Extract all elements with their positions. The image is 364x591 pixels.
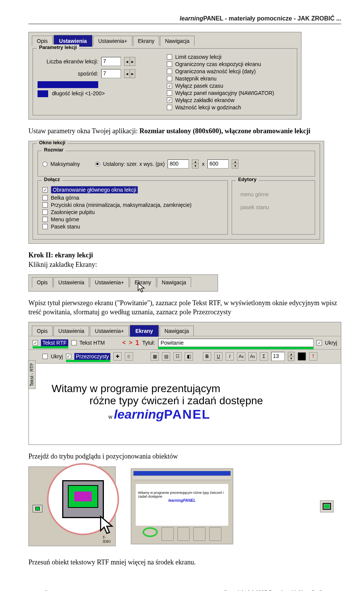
screenshot-ekrany-editor: Opis Ustawienia Ustawienia+ Ekrany Nawig… bbox=[28, 322, 341, 445]
tab-bar: Opis Ustawienia Ustawienia+ Ekrany Nawig… bbox=[29, 32, 301, 46]
page-footer: strona 3 Copyright (c) 2005 Premiere Mul… bbox=[28, 589, 341, 591]
checkbox-option[interactable]: Zasłonięcie pulpitu bbox=[42, 209, 223, 215]
checkbox-option[interactable]: Pasek stanu bbox=[42, 224, 223, 230]
input-sposrod[interactable]: 7 bbox=[101, 69, 121, 78]
highlight-circle bbox=[143, 527, 158, 537]
thumbnail-zoom-monitor: T-JDIO bbox=[28, 466, 116, 546]
color-picker[interactable] bbox=[298, 352, 306, 361]
spinner-wys[interactable]: ▲▼ bbox=[232, 159, 238, 169]
tab3-ekrany[interactable]: Ekrany bbox=[130, 325, 159, 337]
spinner-szer[interactable]: ▲▼ bbox=[192, 159, 199, 169]
checkbox-option[interactable]: Wyłącz panel nawigacyjny (NAWIGATOR) bbox=[167, 90, 292, 96]
progress-bar bbox=[38, 81, 98, 88]
radio-maksymalny[interactable] bbox=[42, 162, 47, 167]
bold-button[interactable]: B bbox=[203, 352, 211, 361]
nav-prev[interactable]: < bbox=[122, 339, 126, 346]
page-number: strona 3 bbox=[28, 589, 48, 591]
checkbox-option[interactable]: Następnik ekranu bbox=[167, 76, 292, 82]
hint-dlugosc-lekcji: długość lekcji <1-200> bbox=[38, 90, 163, 97]
add-icon[interactable]: ✚ bbox=[113, 352, 122, 361]
screen-number: 1 bbox=[135, 339, 139, 347]
paragraph-przesun-obiekt: Przesuń obiekt tekstowy RTF mniej więcej… bbox=[28, 558, 341, 567]
nav-next[interactable]: > bbox=[129, 339, 132, 346]
rtf-canvas[interactable]: Witamy w programie prezentującym różne t… bbox=[29, 363, 341, 444]
tab3-nawigacja[interactable]: Nawigacja bbox=[160, 326, 194, 336]
zoom-circle bbox=[47, 463, 119, 535]
label-tytul: Tytuł: bbox=[142, 340, 155, 346]
spinner-sposrod[interactable]: ◄► bbox=[124, 69, 135, 78]
mini-monitor-button[interactable] bbox=[33, 505, 42, 512]
underline-button[interactable]: U bbox=[214, 352, 223, 361]
tool-icon-4[interactable]: ◧ bbox=[185, 352, 193, 361]
label-liczba-ekranow: Liczba ekranów lekcji: bbox=[38, 58, 98, 65]
checkbox-ukryj-rtf[interactable]: Ukryj bbox=[42, 353, 63, 359]
tab-bar-3: Opis Ustawienia Ustawienia+ Ekrany Nawig… bbox=[29, 322, 341, 336]
rtf-line-3: wlearningPANEL bbox=[108, 407, 318, 422]
tab2-ustawienia[interactable]: Ustawienia bbox=[53, 277, 89, 287]
color-swatch bbox=[38, 90, 48, 97]
paragraph-wpisz-tytul: Wpisz tytuł pierwszego ekranu ("Powitani… bbox=[28, 298, 341, 317]
checkbox-tekst-htm[interactable]: Tekst HTM bbox=[71, 340, 105, 346]
monitor-icon bbox=[62, 480, 104, 518]
sidetab-tekst-rtf[interactable]: Tekst - RTF bbox=[28, 360, 36, 389]
group-parametry-lekcji: Parametry lekcji Liczba ekranów lekcji: … bbox=[33, 48, 297, 115]
input-font-size[interactable]: 13 bbox=[271, 352, 285, 361]
italic-button[interactable]: I bbox=[226, 352, 234, 361]
screenshot-ustawienia-panel: Opis Ustawienia Ustawienia+ Ekrany Nawig… bbox=[28, 32, 301, 120]
screenshot-tabs-cursor: Opis Ustawienia Ustawienia+ Ekrany Nawig… bbox=[28, 274, 218, 292]
checkbox-option[interactable]: Przyciski okna (minimalizacja, maksymali… bbox=[42, 202, 223, 208]
thumbnail-row: T-JDIO Witamy w programie prezentującym … bbox=[28, 466, 341, 546]
checkbox-option[interactable]: Ograniczony czas ekspozycji ekranu bbox=[167, 61, 292, 67]
rtf-line-2: różne typy ćwiczeń i zadań dostępne bbox=[89, 395, 318, 407]
tab2-ekrany[interactable]: Ekrany bbox=[130, 277, 156, 287]
tool-icon-1[interactable]: ▦ bbox=[151, 352, 159, 361]
group-dolacz: Dołącz ✓Obramowanie głównego okna lekcji… bbox=[38, 180, 228, 235]
tab3-opis[interactable]: Opis bbox=[32, 326, 53, 336]
input-wys[interactable]: 600 bbox=[207, 159, 229, 169]
preview-mode-button[interactable] bbox=[320, 500, 334, 512]
paragraph-przejdz-podglad: Przejdź do trybu podglądu i pozycjonowan… bbox=[28, 452, 341, 461]
rtf-line-1: Witamy w programie prezentującym bbox=[52, 383, 318, 395]
checkbox-przezroczysty[interactable]: ✓Przezroczysty bbox=[66, 353, 110, 360]
input-liczba-ekranow[interactable]: 7 bbox=[101, 57, 121, 66]
radio-ustalony[interactable] bbox=[95, 162, 100, 167]
checkbox-option[interactable]: Ważność lekcji w godzinach bbox=[167, 104, 292, 110]
tab-ekrany[interactable]: Ekrany bbox=[133, 36, 160, 46]
trash-icon[interactable]: 🗑 bbox=[125, 352, 133, 361]
checkbox-option[interactable]: Menu górne bbox=[42, 216, 223, 222]
checkbox-tekst-rtf[interactable]: ✓Tekst RTF bbox=[33, 339, 68, 346]
tab2-ustawienia-plus[interactable]: Ustawienia+ bbox=[90, 277, 129, 287]
tab-ustawienia-plus[interactable]: Ustawienia+ bbox=[93, 36, 132, 46]
checkbox-option[interactable]: Ograniczona ważność lekcji (daty) bbox=[167, 68, 292, 74]
group-rozmiar: Rozmiar Maksymalny Ustalony: szer. x wys… bbox=[38, 151, 315, 177]
checkbox-option[interactable]: ✓Wyłącz zakładki ekranów bbox=[167, 97, 292, 103]
tab2-nawigacja[interactable]: Nawigacja bbox=[157, 277, 191, 287]
tab2-opis[interactable]: Opis bbox=[32, 277, 53, 287]
group-okno-lekcji: Okno lekcji Rozmiar Maksymalny Ustalony:… bbox=[33, 143, 320, 240]
options-list: Limit czasowy lekcjiOgraniczony czas eks… bbox=[167, 54, 292, 110]
subscript-button[interactable]: Ax bbox=[248, 352, 257, 361]
group-edytory: Edytory menu górne pasek stanu bbox=[232, 180, 315, 235]
link-pasek-stanu: pasek stanu bbox=[237, 203, 310, 216]
tab3-ustawienia[interactable]: Ustawienia bbox=[53, 326, 89, 336]
superscript-button[interactable]: Ax bbox=[237, 352, 245, 361]
checkbox-ukryj-top[interactable]: ✓Ukryj bbox=[317, 340, 337, 346]
checkbox-option[interactable]: ✓Wyłącz pasek czasu bbox=[167, 83, 292, 89]
spinner-liczba-ekranow[interactable]: ◄► bbox=[124, 57, 135, 66]
tab-bar-2: Opis Ustawienia Ustawienia+ Ekrany Nawig… bbox=[29, 275, 218, 287]
tool-icon-2[interactable]: ▤ bbox=[162, 352, 170, 361]
text-tool-icon[interactable]: T bbox=[309, 352, 317, 361]
tab3-ustawienia-plus[interactable]: Ustawienia+ bbox=[90, 326, 129, 336]
tab-nawigacja[interactable]: Nawigacja bbox=[160, 36, 195, 46]
input-szer[interactable]: 800 bbox=[168, 159, 189, 169]
checkbox-option[interactable]: ✓Obramowanie głównego okna lekcji bbox=[42, 186, 223, 194]
checkbox-option[interactable]: Limit czasowy lekcji bbox=[167, 54, 292, 60]
tool-icon-3[interactable]: ☷ bbox=[173, 352, 182, 361]
label-maksymalny: Maksymalny bbox=[50, 161, 80, 167]
checkbox-option[interactable]: Belka górna bbox=[42, 195, 223, 201]
label-ustalony: Ustalony: szer. x wys. (px) bbox=[103, 161, 165, 167]
input-tytul[interactable]: Powitanie bbox=[158, 339, 314, 347]
cursor-icon bbox=[97, 515, 118, 536]
spinner-font-size[interactable]: ▲▼ bbox=[288, 352, 295, 361]
sigma-button[interactable]: Σ bbox=[260, 352, 268, 361]
